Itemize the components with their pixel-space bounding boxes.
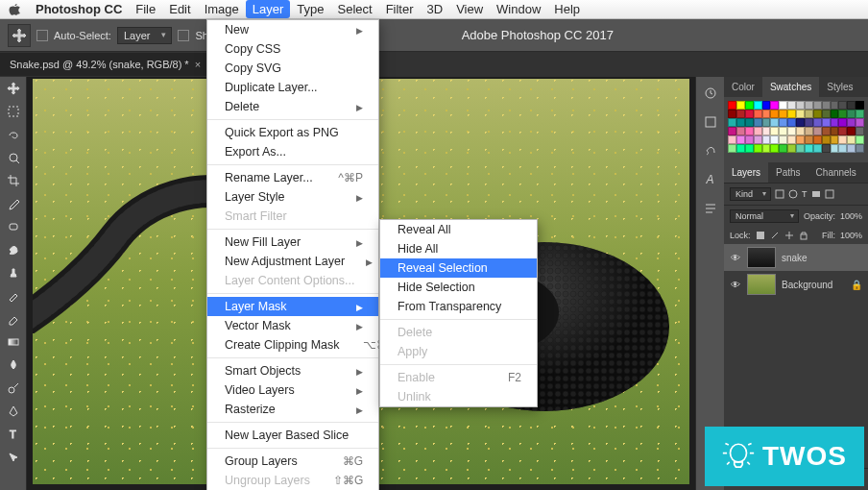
swatch[interactable] — [745, 135, 754, 144]
swatch[interactable] — [762, 110, 771, 118]
tab-styles[interactable]: Styles — [819, 77, 860, 97]
swatch[interactable] — [745, 127, 754, 135]
lock-transparent-icon[interactable] — [756, 231, 765, 240]
lock-position-icon[interactable] — [784, 231, 794, 240]
swatch[interactable] — [787, 144, 796, 153]
swatch[interactable] — [856, 127, 864, 135]
menu-item-delete[interactable]: Delete — [207, 97, 378, 116]
swatch[interactable] — [754, 118, 762, 127]
tab-layers[interactable]: Layers — [724, 162, 768, 183]
swatch[interactable] — [856, 135, 864, 144]
swatch[interactable] — [779, 110, 787, 118]
swatch[interactable] — [838, 127, 847, 135]
swatch[interactable] — [779, 135, 787, 144]
swatch[interactable] — [787, 135, 796, 144]
crop-tool[interactable] — [0, 169, 27, 192]
swatch[interactable] — [770, 144, 779, 153]
swatch[interactable] — [736, 118, 745, 127]
menu-item-hide-selection[interactable]: Hide Selection — [380, 278, 537, 297]
blur-tool[interactable] — [0, 354, 27, 377]
filter-image-icon[interactable] — [775, 189, 784, 199]
swatch[interactable] — [805, 118, 813, 127]
opacity-value[interactable]: 100% — [840, 211, 862, 221]
fill-value[interactable]: 100% — [840, 231, 862, 240]
brushes-panel-icon[interactable] — [700, 140, 721, 161]
move-tool[interactable] — [0, 77, 27, 100]
close-tab-icon[interactable]: × — [195, 59, 201, 70]
swatch[interactable] — [754, 144, 762, 153]
path-select-tool[interactable] — [0, 446, 27, 469]
menu-item-layer-style[interactable]: Layer Style — [207, 187, 378, 207]
swatch[interactable] — [754, 135, 762, 144]
swatch[interactable] — [822, 144, 831, 153]
swatch[interactable] — [762, 135, 771, 144]
menu-item-copy-svg[interactable]: Copy SVG — [207, 59, 378, 78]
swatch[interactable] — [831, 101, 839, 110]
swatch[interactable] — [754, 127, 762, 135]
swatch[interactable] — [805, 101, 813, 110]
layer-thumbnail[interactable] — [747, 274, 776, 295]
swatch[interactable] — [805, 144, 813, 153]
swatch[interactable] — [762, 118, 771, 127]
visibility-icon[interactable]: 👁 — [730, 253, 741, 263]
menu-layer[interactable]: Layer — [246, 0, 291, 18]
swatch[interactable] — [813, 127, 822, 135]
menu-item-video-layers[interactable]: Video Layers — [207, 380, 378, 400]
swatch[interactable] — [847, 144, 856, 153]
stamp-tool[interactable] — [0, 261, 27, 284]
eraser-tool[interactable] — [0, 307, 27, 331]
swatch[interactable] — [787, 101, 796, 110]
gradient-tool[interactable] — [0, 331, 27, 354]
brush-tool[interactable] — [0, 238, 27, 261]
tab-color[interactable]: Color — [724, 77, 762, 97]
menu-item-new-fill-layer[interactable]: New Fill Layer — [207, 233, 378, 252]
swatch[interactable] — [813, 135, 822, 144]
swatches-grid[interactable] — [724, 97, 868, 157]
show-transform-checkbox[interactable] — [178, 30, 189, 41]
swatch[interactable] — [847, 135, 856, 144]
menu-item-duplicate-layer[interactable]: Duplicate Layer... — [207, 78, 378, 97]
swatch[interactable] — [762, 127, 771, 135]
menu-select[interactable]: Select — [330, 0, 378, 18]
swatch[interactable] — [728, 144, 736, 153]
swatch[interactable] — [813, 144, 822, 153]
lock-pixels-icon[interactable] — [770, 231, 780, 240]
filter-adjust-icon[interactable] — [788, 189, 798, 199]
swatch[interactable] — [822, 135, 831, 144]
filter-smart-icon[interactable] — [825, 189, 834, 199]
swatch[interactable] — [779, 118, 787, 127]
swatch[interactable] — [831, 127, 839, 135]
swatch[interactable] — [779, 101, 787, 110]
menu-view[interactable]: View — [449, 0, 490, 18]
swatch[interactable] — [847, 101, 856, 110]
menu-item-reveal-selection[interactable]: Reveal Selection — [380, 258, 537, 278]
swatch[interactable] — [822, 110, 831, 118]
swatch[interactable] — [787, 127, 796, 135]
menu-image[interactable]: Image — [198, 0, 246, 18]
menu-window[interactable]: Window — [490, 0, 547, 18]
menu-item-rename-layer[interactable]: Rename Layer...^⌘P — [207, 168, 378, 187]
swatch[interactable] — [822, 127, 831, 135]
layer-row-background[interactable]: 👁 Background 🔒 — [724, 271, 868, 298]
tab-paths[interactable]: Paths — [768, 162, 808, 183]
filter-type-icon[interactable]: T — [802, 189, 808, 199]
menu-item-layer-mask[interactable]: Layer Mask — [207, 297, 378, 316]
swatch[interactable] — [847, 118, 856, 127]
history-panel-icon[interactable] — [700, 83, 721, 104]
character-panel-icon[interactable]: A — [700, 169, 721, 190]
menu-type[interactable]: Type — [290, 0, 330, 18]
swatch[interactable] — [831, 118, 839, 127]
menu-item-reveal-all[interactable]: Reveal All — [380, 220, 537, 239]
swatch[interactable] — [728, 110, 736, 118]
type-tool[interactable]: T — [0, 423, 27, 446]
menu-item-group-layers[interactable]: Group Layers⌘G — [207, 452, 378, 471]
swatch[interactable] — [787, 118, 796, 127]
menu-item-new-adjustment-layer[interactable]: New Adjustment Layer — [207, 252, 378, 271]
swatch[interactable] — [728, 101, 736, 110]
swatch[interactable] — [736, 144, 745, 153]
healing-tool[interactable] — [0, 215, 27, 238]
swatch[interactable] — [796, 127, 805, 135]
menu-item-from-transparency[interactable]: From Transparency — [380, 297, 537, 316]
menu-item-smart-objects[interactable]: Smart Objects — [207, 361, 378, 380]
swatch[interactable] — [813, 118, 822, 127]
